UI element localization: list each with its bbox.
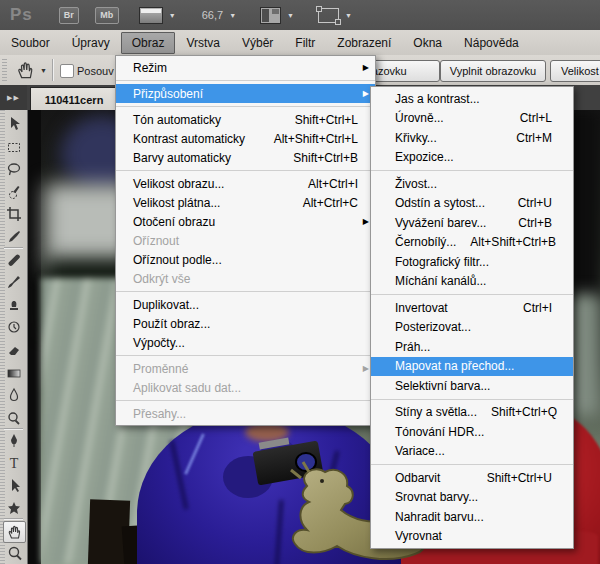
menu-napoveda[interactable]: Nápověda bbox=[453, 32, 530, 54]
menu-item-label: Výpočty... bbox=[133, 336, 358, 350]
adjustments-item-selektivni-barva[interactable]: Selektivní barva... bbox=[371, 376, 573, 396]
menu-vrstva[interactable]: Vrstva bbox=[175, 32, 231, 54]
eyedropper-tool[interactable] bbox=[4, 227, 24, 247]
adjustments-item-urovne[interactable]: Úrovně...Ctrl+L bbox=[371, 109, 573, 129]
menu-vyber[interactable]: Výběr bbox=[231, 32, 284, 54]
adjustments-item-cernobily[interactable]: Černobílý...Alt+Shift+Ctrl+B bbox=[371, 233, 573, 253]
obraz-menu-item-prizpusobeni[interactable]: Přizpůsobení▶ bbox=[116, 84, 375, 103]
type-tool[interactable]: T bbox=[4, 453, 24, 473]
menu-upravy[interactable]: Úpravy bbox=[61, 32, 121, 54]
tool-panel-collapse-button[interactable]: ▶▶ bbox=[0, 85, 27, 111]
menu-zobrazeni[interactable]: Zobrazení bbox=[326, 32, 402, 54]
adjustments-item-fotograficky-filtr[interactable]: Fotografický filtr... bbox=[371, 252, 573, 272]
adjustments-item-odbarvit[interactable]: OdbarvitShift+Ctrl+U bbox=[371, 468, 573, 488]
brush-tool[interactable] bbox=[4, 272, 24, 292]
zoom-level-value[interactable]: 66,7 bbox=[202, 9, 223, 21]
history-brush-tool[interactable] bbox=[4, 317, 24, 337]
adjustments-item-krivky[interactable]: Křivky...Ctrl+M bbox=[371, 128, 573, 148]
menu-item-label: Mapovat na přechod... bbox=[395, 359, 552, 373]
obraz-menu-item-promenne[interactable]: Proměnné▶ bbox=[116, 359, 375, 378]
menu-item-label: Černobílý... bbox=[395, 235, 456, 249]
obraz-menu-item-rezim[interactable]: Režim▶ bbox=[116, 58, 375, 77]
move-tool[interactable] bbox=[4, 114, 24, 134]
menu-item-label: Tónování HDR... bbox=[395, 425, 552, 439]
obraz-menu-item-velikost-platna[interactable]: Velikost plátna...Alt+Ctrl+C bbox=[116, 193, 375, 212]
obraz-menu-item-velikost-obrazu[interactable]: Velikost obrazu...Alt+Ctrl+I bbox=[116, 174, 375, 193]
fill-screen-button[interactable]: Vyplnit obrazovku bbox=[440, 60, 546, 82]
hand-tool[interactable] bbox=[3, 521, 26, 543]
pen-tool[interactable] bbox=[4, 430, 24, 450]
obraz-menu-item-oriznout-podle[interactable]: Oříznout podle... bbox=[116, 250, 375, 269]
obraz-menu-item-aplikovat-sadu-dat[interactable]: Aplikovat sadu dat... bbox=[116, 378, 375, 397]
adjustments-item-zivost[interactable]: Živost... bbox=[371, 174, 573, 194]
dodge-tool[interactable] bbox=[4, 408, 24, 428]
obraz-menu-item-vypocty[interactable]: Výpočty... bbox=[116, 333, 375, 352]
adjustments-item-tonovani-hdr[interactable]: Tónování HDR... bbox=[371, 422, 573, 442]
adjustments-item-prah[interactable]: Práh... bbox=[371, 337, 573, 357]
menu-separator bbox=[371, 294, 573, 295]
spot-healing-brush-tool[interactable] bbox=[4, 250, 24, 270]
menu-soubor[interactable]: Soubor bbox=[0, 32, 61, 54]
menu-item-shortcut: Ctrl+M bbox=[516, 131, 552, 145]
chevron-down-icon[interactable]: ▼ bbox=[345, 12, 352, 19]
obraz-menu-item-ton-automaticky[interactable]: Tón automatickyShift+Ctrl+L bbox=[116, 110, 375, 129]
adjustments-item-michani-kanalu[interactable]: Míchání kanálů... bbox=[371, 272, 573, 292]
adjustments-item-expozice[interactable]: Expozice... bbox=[371, 148, 573, 168]
adjustments-item-jas-a-kontrast[interactable]: Jas a kontrast... bbox=[371, 89, 573, 109]
lasso-tool[interactable] bbox=[4, 159, 24, 179]
adjustments-item-stiny-a-svetla[interactable]: Stíny a světla...Shift+Ctrl+Q bbox=[371, 403, 573, 423]
obraz-menu-item-duplikovat[interactable]: Duplikovat... bbox=[116, 295, 375, 314]
quick-selection-tool[interactable] bbox=[4, 182, 24, 202]
adjustments-item-srovnat-barvy[interactable]: Srovnat barvy... bbox=[371, 488, 573, 508]
chevron-down-icon[interactable]: ▼ bbox=[287, 12, 294, 19]
launch-mini-bridge-button[interactable]: Mb bbox=[95, 7, 119, 24]
chevron-down-icon[interactable]: ▼ bbox=[40, 67, 47, 74]
clone-stamp-tool[interactable] bbox=[4, 295, 24, 315]
obraz-menu-item-kontrast-automaticky[interactable]: Kontrast automatickyAlt+Shift+Ctrl+L bbox=[116, 129, 375, 148]
lasso-icon bbox=[6, 161, 22, 177]
adjustments-item-mapovat-na-prechod[interactable]: Mapovat na přechod... bbox=[371, 357, 573, 377]
menu-item-label: Kontrast automaticky bbox=[133, 132, 260, 146]
obraz-menu-item-pouzit-obraz[interactable]: Použít obraz... bbox=[116, 314, 375, 333]
obraz-menu-item-presahy[interactable]: Přesahy... bbox=[116, 404, 375, 423]
path-selection-tool[interactable] bbox=[4, 476, 24, 496]
menu-item-label: Expozice... bbox=[395, 150, 552, 164]
menu-item-label: Posterizovat... bbox=[395, 320, 552, 334]
chevron-down-icon[interactable]: ▼ bbox=[229, 12, 236, 19]
blur-tool[interactable] bbox=[4, 385, 24, 405]
obraz-menu-item-otoceni-obrazu[interactable]: Otočení obrazu▶ bbox=[116, 212, 375, 231]
launch-bridge-button[interactable]: Br bbox=[59, 7, 79, 24]
pan-all-windows-checkbox[interactable] bbox=[60, 64, 74, 78]
adjustments-item-invertovat[interactable]: InvertovatCtrl+I bbox=[371, 298, 573, 318]
menu-okna[interactable]: Okna bbox=[402, 32, 453, 54]
adjustments-item-vyvazeni-barev[interactable]: Vyvážení barev...Ctrl+B bbox=[371, 213, 573, 233]
adjustments-item-posterizovat[interactable]: Posterizovat... bbox=[371, 318, 573, 338]
adjustments-item-odstin-a-sytost[interactable]: Odstín a sytost...Ctrl+U bbox=[371, 194, 573, 214]
arrange-documents-icon[interactable] bbox=[260, 7, 281, 24]
rectangular-marquee-tool[interactable] bbox=[4, 137, 24, 157]
adjustments-item-nahradit-barvu[interactable]: Nahradit barvu... bbox=[371, 507, 573, 527]
print-size-button[interactable]: Velikost bbox=[550, 60, 600, 82]
obraz-menu-item-odkryt-vse[interactable]: Odkrýt vše bbox=[116, 269, 375, 288]
adjustments-item-vyrovnat[interactable]: Vyrovnat bbox=[371, 527, 573, 547]
menu-item-label: Režim bbox=[133, 61, 358, 75]
obraz-menu-item-barvy-automaticky[interactable]: Barvy automatickyShift+Ctrl+B bbox=[116, 148, 375, 167]
menu-separator bbox=[371, 464, 573, 465]
crop-tool[interactable] bbox=[4, 204, 24, 224]
screen-mode-icon[interactable] bbox=[318, 8, 339, 23]
obraz-menu-item-oriznout[interactable]: Oříznout bbox=[116, 231, 375, 250]
document-tab[interactable]: 110411cern bbox=[30, 87, 118, 111]
menu-item-label: Invertovat bbox=[395, 301, 509, 315]
gradient-tool[interactable] bbox=[4, 363, 24, 383]
zoom-tool[interactable] bbox=[4, 543, 24, 563]
custom-shape-tool[interactable] bbox=[4, 498, 24, 518]
eraser-tool[interactable] bbox=[4, 340, 24, 360]
chevron-down-icon[interactable]: ▼ bbox=[169, 12, 176, 19]
menu-item-shortcut: Alt+Shift+Ctrl+L bbox=[274, 132, 358, 146]
menu-item-shortcut: Alt+Ctrl+C bbox=[303, 196, 358, 210]
menu-item-shortcut: Ctrl+I bbox=[523, 301, 552, 315]
menu-obraz[interactable]: Obraz bbox=[121, 32, 176, 54]
menu-filtr[interactable]: Filtr bbox=[284, 32, 326, 54]
adjustments-item-variace[interactable]: Variace... bbox=[371, 442, 573, 462]
view-extras-icon[interactable] bbox=[139, 7, 163, 24]
